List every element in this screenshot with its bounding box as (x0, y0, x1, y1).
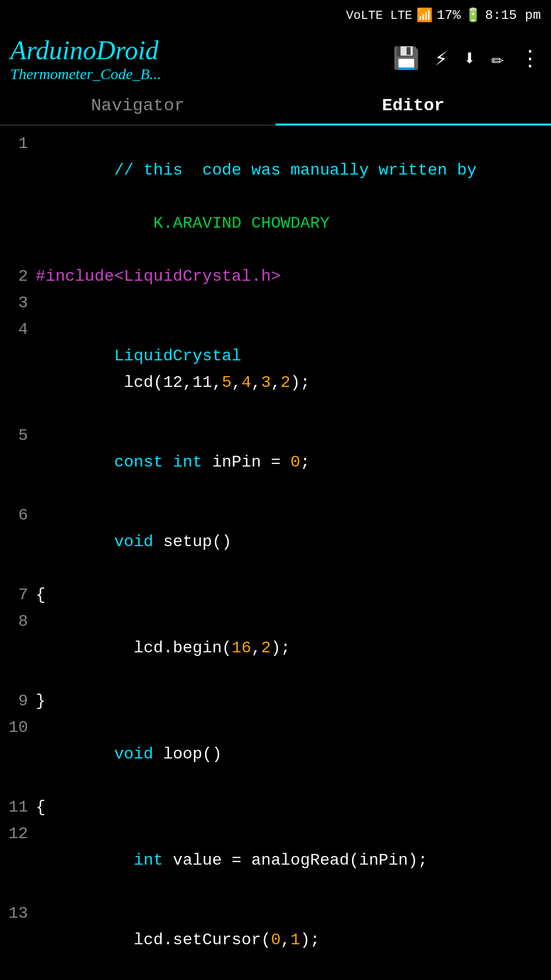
status-bar-right: VoLTE LTE 📶 17% 🔋 8:15 pm (346, 7, 541, 23)
code-line-7: 7 { (0, 582, 551, 608)
download-button[interactable]: ⬇ (463, 45, 475, 72)
code-line-9: 9 } (0, 688, 551, 715)
code-content-4: LiquidCrystal lcd(12,11,5,4,3,2); (36, 316, 551, 423)
code-line-12: 12 int value = analogRead(inPin); (0, 821, 551, 900)
line-num-6: 6 (0, 502, 36, 529)
more-menu-button[interactable]: ⋮ (519, 45, 541, 72)
code-line-5: 5 const int inPin = 0; (0, 423, 551, 502)
line-num-8: 8 (0, 608, 36, 635)
code-content-11: { (36, 794, 551, 821)
file-name: Thermometer_Code_B... (10, 65, 161, 83)
line-num-5: 5 (0, 423, 36, 449)
code-content-3 (36, 290, 551, 316)
battery-icon: 🔋 (465, 7, 481, 23)
code-line-6: 6 void setup() (0, 502, 551, 582)
save-button[interactable]: 💾 (393, 45, 419, 72)
code-content-1: // this code was manually written by K.A… (36, 131, 551, 263)
code-content-13: lcd.setCursor(0,1); (36, 900, 551, 980)
code-editor[interactable]: 1 // this code was manually written by K… (0, 126, 551, 980)
code-content-10: void loop() (36, 715, 551, 794)
app-title: ArduinoDroid (10, 35, 161, 65)
code-line-8: 8 lcd.begin(16,2); (0, 608, 551, 688)
code-line-11: 11 { (0, 794, 551, 821)
line-num-12: 12 (0, 821, 36, 847)
header-title-area: ArduinoDroid Thermometer_Code_B... (10, 35, 161, 83)
app-header: ArduinoDroid Thermometer_Code_B... 💾 ⚡ ⬇… (0, 31, 551, 87)
tab-navigator[interactable]: Navigator (0, 87, 276, 125)
tab-editor[interactable]: Editor (276, 87, 551, 125)
line-num-13: 13 (0, 900, 36, 927)
code-content-8: lcd.begin(16,2); (36, 608, 551, 688)
edit-button[interactable]: ✏️ (491, 45, 504, 72)
code-line-2: 2 #include<LiquidCrystal.h> (0, 263, 551, 290)
status-bar: VoLTE LTE 📶 17% 🔋 8:15 pm (0, 0, 551, 31)
line-num-9: 9 (0, 688, 36, 715)
battery-level: 17% (437, 8, 461, 23)
time: 8:15 pm (485, 8, 541, 23)
line-num-4: 4 (0, 316, 36, 343)
code-line-3: 3 (0, 290, 551, 316)
code-container: 1 // this code was manually written by K… (0, 131, 551, 980)
flash-button[interactable]: ⚡ (435, 45, 447, 72)
line-num-11: 11 (0, 794, 36, 821)
signal-icon: 📶 (416, 7, 433, 23)
line-num-1: 1 (0, 131, 36, 157)
code-content-5: const int inPin = 0; (36, 423, 551, 502)
code-line-10: 10 void loop() (0, 715, 551, 794)
code-content-7: { (36, 582, 551, 608)
header-icons: 💾 ⚡ ⬇ ✏️ ⋮ (393, 45, 541, 72)
line-num-2: 2 (0, 263, 36, 290)
line-num-3: 3 (0, 290, 36, 316)
line-num-7: 7 (0, 582, 36, 608)
code-content-12: int value = analogRead(inPin); (36, 821, 551, 900)
code-line-4: 4 LiquidCrystal lcd(12,11,5,4,3,2); (0, 316, 551, 423)
code-line-1: 1 // this code was manually written by K… (0, 131, 551, 263)
line-num-10: 10 (0, 715, 36, 741)
code-content-9: } (36, 688, 551, 715)
code-content-6: void setup() (36, 502, 551, 582)
code-content-2: #include<LiquidCrystal.h> (36, 263, 551, 290)
tab-bar: Navigator Editor (0, 87, 551, 126)
lte-indicator: VoLTE LTE (346, 9, 412, 22)
code-line-13: 13 lcd.setCursor(0,1); (0, 900, 551, 980)
